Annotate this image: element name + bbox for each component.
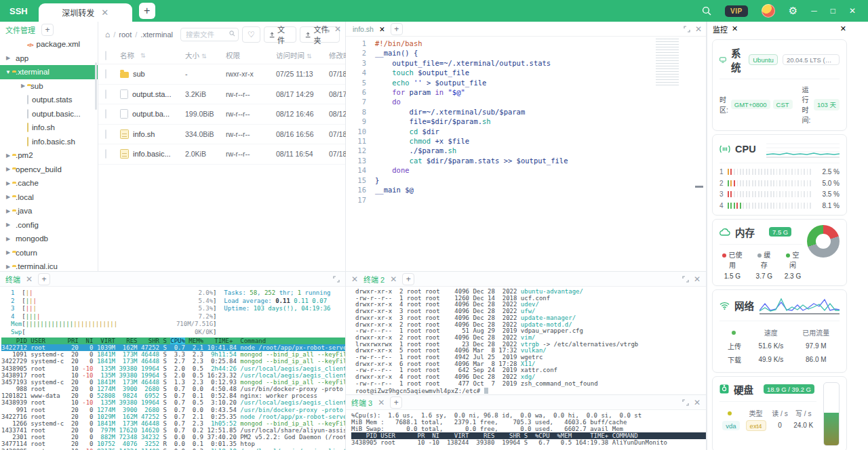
file-row-sub[interactable]: sub-rwxr-xr-x07/25 11:1307/18 16:24 [98, 64, 345, 85]
process-row: 3422716 root 20 0 1029M 162M 47252 S 0.7… [1, 413, 345, 420]
new-terminal-tab-button[interactable]: + [402, 273, 414, 285]
chevron-right-icon[interactable]: ▶ [4, 166, 12, 172]
tree-item-coturn[interactable]: ▶coturn [0, 246, 98, 260]
close-window-button[interactable]: ✕ [849, 6, 856, 16]
close-terminal-tab-icon[interactable]: ✕ [26, 274, 33, 284]
close-panel-icon[interactable]: ✕ [840, 24, 846, 33]
expand-panel-icon[interactable] [684, 26, 690, 33]
tree-item-package.xml[interactable]: </>package.xml [0, 37, 98, 52]
vip-badge[interactable]: VIP [725, 5, 748, 17]
breadcrumb-root[interactable]: root [119, 30, 132, 39]
row-checkbox[interactable] [105, 109, 106, 119]
terminal-2-tab-label[interactable]: 终端 2 [363, 274, 384, 285]
file-manager-title: 文件管理 [5, 24, 35, 35]
close-monitor-tab-icon[interactable]: ✕ [732, 24, 738, 33]
terminal-3-screen[interactable]: %Cpu(s): 1.6 us, 1.6 sy, 0.0 ni, 96.8 id… [346, 410, 706, 446]
close-panel-icon[interactable]: ✕ [695, 25, 702, 33]
close-tab-icon[interactable]: ✕ [101, 8, 108, 17]
search-icon[interactable] [702, 6, 711, 16]
chevron-right-icon[interactable]: ▶ [4, 264, 12, 270]
tree-item-output.basic...[interactable]: output.basic... [0, 107, 98, 121]
row-checkbox[interactable] [105, 129, 106, 139]
tree-item-opencvbuild[interactable]: ▶opencv_build [0, 163, 98, 177]
memory-legend-item: 已使用1.5 G [719, 249, 745, 280]
expand-panel-icon[interactable] [682, 399, 689, 406]
file-row-info.basic...[interactable]: info.basic...2.0KiBrw-r--r--08/11 16:540… [98, 144, 345, 165]
tree-item-output.stats[interactable]: output.stats [0, 93, 98, 107]
close-terminal-tab-icon[interactable]: ✕ [378, 398, 384, 407]
chevron-right-icon[interactable]: ▶ [4, 180, 12, 186]
tree-item-info.sh[interactable]: info.sh [0, 121, 98, 135]
column-name[interactable]: 名称⇅ [120, 50, 185, 60]
file-row-info.sh[interactable]: info.sh334.0BiBrw-r--r--08/16 16:5607/18… [98, 125, 345, 145]
settings-gear-icon[interactable]: ⚙ [789, 5, 797, 17]
close-panel-icon[interactable]: ✕ [351, 274, 358, 284]
file-row-output.sta...[interactable]: output.sta...3.2KiBrw-r--r--08/17 14:290… [98, 85, 345, 105]
process-row: 3438939 root 10 -10 135M 39380 19964 S 0… [1, 399, 345, 406]
expand-panel-icon[interactable] [323, 26, 330, 33]
add-file-tab-button[interactable]: + [41, 24, 54, 36]
terminal-1-screen[interactable]: 1 [|| 2.0%] Tasks: 58, 252 thr; 1 runnin… [0, 287, 345, 450]
row-checkbox[interactable] [105, 89, 106, 99]
upload-file-button[interactable]: 文件 [264, 26, 297, 43]
editor-tab-filename[interactable]: info.sh [353, 25, 374, 33]
tree-item-.cache[interactable]: ▶.cache [0, 176, 98, 190]
monitor-tab-label[interactable]: 监控 [713, 24, 728, 35]
cpu-core-row: 25.0 % [719, 180, 840, 187]
download-speed: 49.9 K/s [749, 353, 793, 367]
cpu-core-percent: 2.5 % [816, 168, 840, 176]
tree-item-mongodb[interactable]: ▶mongodb [0, 232, 98, 246]
tree-item-.local[interactable]: ▶.local [0, 190, 98, 205]
tree-item-info.basic.sh[interactable]: info.basic.sh [0, 135, 98, 149]
chevron-right-icon[interactable]: ▶ [4, 236, 12, 242]
breadcrumb-dir[interactable]: .xterminal [140, 30, 173, 39]
terminal-1-tab-label[interactable]: 终端 [5, 274, 20, 285]
tree-item-.pm2[interactable]: ▶.pm2 [0, 148, 98, 163]
new-session-button[interactable]: + [139, 3, 155, 19]
expand-panel-icon[interactable] [333, 276, 340, 283]
editor-scrollbar-thumb[interactable] [695, 186, 703, 188]
maximize-button[interactable]: □ [831, 6, 835, 16]
new-terminal-tab-button[interactable]: + [38, 273, 50, 285]
chevron-right-icon[interactable]: ▶ [4, 222, 12, 228]
terminal-cursor [484, 388, 488, 394]
expand-panel-icon[interactable] [682, 276, 689, 283]
close-terminal-tab-icon[interactable]: ✕ [390, 274, 397, 284]
new-editor-tab-button[interactable]: + [391, 23, 403, 35]
terminal-3-tab-label[interactable]: 终端 3 [351, 397, 372, 408]
select-all-checkbox[interactable] [105, 51, 106, 60]
chevron-right-icon[interactable]: ▶ [19, 83, 27, 89]
terminal-2-screen[interactable]: drwxr-xr-x 2 root root 4096 Dec 28 2022 … [346, 287, 706, 394]
chevron-right-icon[interactable]: ▶ [4, 208, 12, 214]
new-terminal-tab-button[interactable]: + [390, 396, 402, 409]
session-tab[interactable]: 深圳转发 ✕ [39, 3, 132, 22]
tree-item-.xterminal[interactable]: ▼.xterminal [0, 65, 98, 79]
chevron-right-icon[interactable]: ▶ [4, 152, 12, 159]
disk-icon [719, 384, 729, 394]
favorite-button[interactable]: ♡ [242, 26, 260, 43]
row-checkbox[interactable] [105, 149, 106, 159]
tree-item-app[interactable]: ▶app [0, 52, 98, 66]
code-editor[interactable]: 1#!/bin/bash2__main() {3 output_file=~/.… [346, 37, 706, 205]
close-editor-tab-icon[interactable]: ✕ [379, 25, 385, 33]
chevron-down-icon[interactable]: ▼ [4, 69, 12, 75]
tree-item-.java[interactable]: ▶.java [0, 204, 98, 218]
close-panel-icon[interactable]: ✕ [334, 25, 341, 33]
chevron-right-icon[interactable]: ▶ [4, 249, 12, 255]
code-line: 8 dir=~/.xterminal/sub/$param [346, 107, 706, 117]
home-icon[interactable]: ⌂ [105, 30, 110, 39]
file-row-output.ba...[interactable]: output.ba...199.0BiBrw-r--r--08/12 16:46… [98, 104, 345, 125]
tree-item-.config[interactable]: ▶.config [0, 218, 98, 232]
tree-item-sub[interactable]: ▶sub [0, 79, 98, 94]
row-checkbox[interactable] [105, 69, 106, 79]
close-panel-icon[interactable]: ✕ [694, 274, 701, 284]
column-atime[interactable]: 访问时间⇅ [276, 50, 329, 60]
tree-scrollbar[interactable] [95, 62, 97, 110]
minimize-button[interactable]: ─ [811, 6, 817, 16]
avatar[interactable] [762, 4, 775, 18]
chevron-right-icon[interactable]: ▶ [4, 55, 12, 61]
close-panel-icon[interactable]: ✕ [694, 398, 701, 407]
chevron-right-icon[interactable]: ▶ [4, 194, 12, 200]
column-size[interactable]: 大小⇅ [185, 50, 226, 60]
cpu-sparkline [766, 140, 840, 158]
